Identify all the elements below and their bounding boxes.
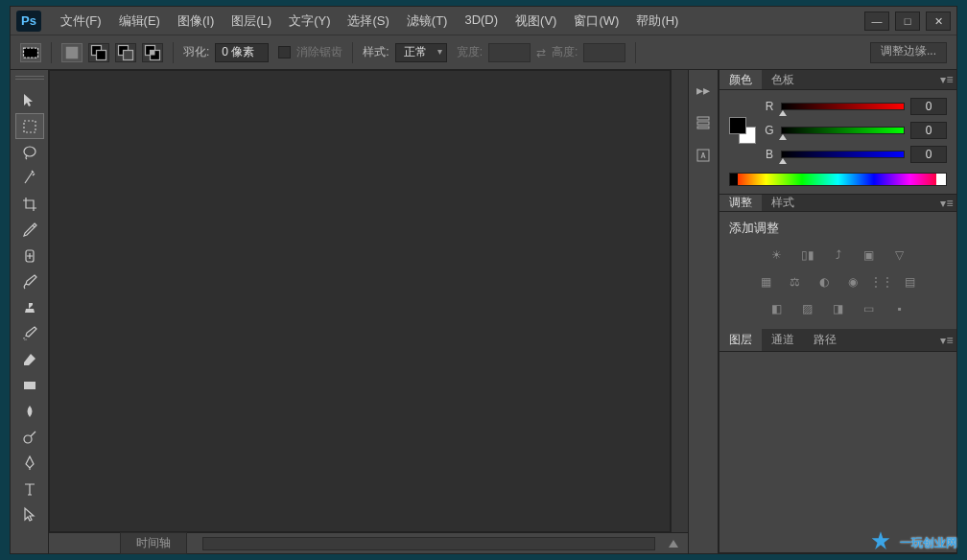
move-tool[interactable] (15, 87, 44, 113)
brightness-icon[interactable]: ☀ (767, 246, 787, 264)
g-value[interactable]: 0 (910, 122, 947, 139)
menu-type[interactable]: 文字(Y) (283, 9, 336, 34)
clone-stamp-tool[interactable] (15, 294, 44, 320)
spectrum-strip[interactable] (729, 173, 947, 186)
channel-mixer-icon[interactable]: ⋮⋮ (872, 273, 891, 291)
menu-help[interactable]: 帮助(H) (630, 9, 684, 34)
selective-color-icon[interactable]: ▪ (890, 300, 909, 317)
type-tool[interactable] (15, 476, 44, 502)
zoom-field[interactable] (59, 536, 110, 551)
layers-panel: 图层 通道 路径 ▾≡ (719, 329, 956, 553)
tab-color[interactable]: 颜色 (719, 70, 762, 89)
g-slider[interactable] (781, 127, 905, 134)
layers-body[interactable] (719, 352, 956, 552)
bw-icon[interactable]: ◐ (814, 273, 834, 291)
panel-menu-icon[interactable]: ▾≡ (937, 329, 956, 351)
width-input (488, 43, 531, 62)
feather-input[interactable]: 0 像素 (215, 43, 269, 62)
brush-tool[interactable] (15, 268, 44, 294)
horizontal-scrollbar[interactable] (202, 537, 655, 550)
watermark: 一玩创业网 (858, 525, 967, 560)
dock-collapse-icon[interactable]: ▸▸ (693, 80, 714, 101)
magic-wand-tool[interactable] (15, 165, 44, 191)
tab-channels[interactable]: 通道 (762, 329, 804, 351)
subtract-selection-icon[interactable] (115, 43, 136, 62)
color-balance-icon[interactable]: ⚖ (786, 273, 805, 291)
gradient-map-icon[interactable]: ▭ (860, 300, 879, 317)
b-label: B (764, 148, 775, 161)
vertical-scrollbar[interactable] (671, 70, 688, 532)
character-panel-icon[interactable] (693, 145, 714, 166)
feather-label: 羽化: (183, 44, 209, 60)
path-selection-tool[interactable] (15, 502, 44, 527)
new-selection-icon[interactable] (61, 43, 83, 62)
canvas[interactable] (49, 70, 671, 532)
close-button[interactable]: ✕ (926, 12, 951, 31)
separator (635, 42, 636, 63)
menu-layer[interactable]: 图层(L) (225, 9, 277, 34)
eraser-tool[interactable] (15, 346, 44, 372)
tool-preset-icon[interactable] (20, 43, 41, 62)
threshold-icon[interactable]: ◨ (829, 300, 848, 317)
r-slider[interactable] (781, 103, 905, 110)
options-bar: 羽化: 0 像素 消除锯齿 样式: 正常 宽度: ⇄ 高度: 调整边缘... (11, 35, 956, 70)
toolbox-grip[interactable] (15, 76, 44, 83)
lasso-tool[interactable] (15, 139, 44, 165)
timeline-tab[interactable]: 时间轴 (120, 532, 187, 554)
foreground-swatch[interactable] (729, 117, 746, 134)
swap-icon[interactable]: ⇄ (536, 46, 546, 59)
hue-icon[interactable]: ▦ (757, 273, 776, 291)
tab-paths[interactable]: 路径 (804, 329, 846, 351)
resize-grip-icon[interactable] (669, 540, 678, 548)
history-panel-icon[interactable] (693, 112, 714, 133)
b-slider[interactable] (781, 151, 905, 158)
menu-file[interactable]: 文件(F) (55, 9, 107, 34)
gradient-tool[interactable] (15, 372, 44, 398)
eyedropper-tool[interactable] (15, 217, 44, 243)
maximize-button[interactable]: □ (895, 12, 920, 31)
crop-tool[interactable] (15, 191, 44, 217)
color-lookup-icon[interactable]: ▤ (901, 273, 920, 291)
width-label: 宽度: (457, 44, 483, 60)
tab-adjustments[interactable]: 调整 (719, 195, 762, 211)
invert-icon[interactable]: ◧ (767, 300, 787, 317)
menu-select[interactable]: 选择(S) (342, 9, 394, 34)
style-select[interactable]: 正常 (395, 43, 447, 62)
height-label: 高度: (552, 44, 578, 60)
exposure-icon[interactable]: ▣ (860, 246, 879, 264)
healing-brush-tool[interactable] (15, 243, 44, 268)
history-brush-tool[interactable] (15, 320, 44, 346)
vibrance-icon[interactable]: ▽ (890, 246, 909, 264)
curves-icon[interactable]: ⤴ (829, 246, 848, 264)
dodge-tool[interactable] (15, 424, 44, 450)
svg-rect-15 (697, 122, 709, 125)
intersect-selection-icon[interactable] (142, 43, 163, 62)
menu-view[interactable]: 视图(V) (509, 9, 562, 34)
menu-image[interactable]: 图像(I) (172, 9, 220, 34)
add-selection-icon[interactable] (88, 43, 109, 62)
r-value[interactable]: 0 (910, 98, 947, 115)
panel-menu-icon[interactable]: ▾≡ (937, 70, 956, 89)
menu-filter[interactable]: 滤镜(T) (401, 9, 454, 34)
blur-tool[interactable] (15, 398, 44, 424)
tab-layers[interactable]: 图层 (719, 329, 762, 351)
b-value[interactable]: 0 (910, 146, 947, 163)
tab-styles[interactable]: 样式 (762, 195, 804, 211)
menu-window[interactable]: 窗口(W) (568, 9, 625, 34)
antialias-checkbox[interactable] (278, 46, 291, 58)
tab-swatches[interactable]: 色板 (762, 70, 804, 89)
panel-menu-icon[interactable]: ▾≡ (937, 195, 956, 211)
levels-icon[interactable]: ▯▮ (798, 246, 817, 264)
menu-edit[interactable]: 编辑(E) (113, 9, 166, 34)
minimize-button[interactable]: — (864, 12, 889, 31)
menu-bar: 文件(F) 编辑(E) 图像(I) 图层(L) 文字(Y) 选择(S) 滤镜(T… (55, 9, 684, 34)
toolbox (11, 70, 49, 553)
photo-filter-icon[interactable]: ◉ (843, 273, 862, 291)
pen-tool[interactable] (15, 450, 44, 476)
color-swatches[interactable] (729, 117, 756, 144)
menu-3d[interactable]: 3D(D) (459, 9, 504, 34)
marquee-tool[interactable] (15, 113, 44, 139)
posterize-icon[interactable]: ▨ (798, 300, 817, 317)
svg-rect-16 (697, 127, 709, 128)
refine-edge-button[interactable]: 调整边缘... (870, 42, 947, 63)
